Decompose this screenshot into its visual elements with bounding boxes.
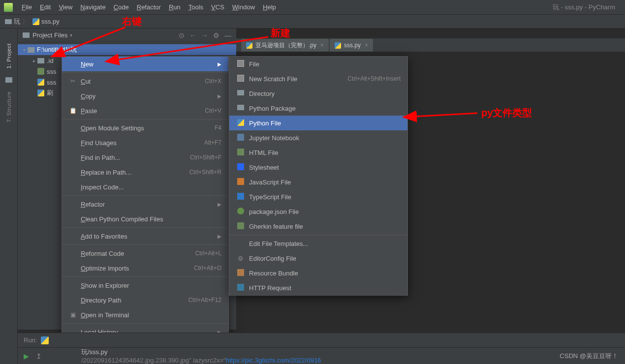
ctx-paste[interactable]: 📋PasteCtrl+V [62,103,228,118]
menu-code[interactable]: Code [110,3,133,11]
python-icon [335,42,341,49]
tree-root-row[interactable]: ▾ F:\untitled1\玩 [18,44,236,55]
target-icon[interactable]: ⊙ [179,31,185,39]
ic-json-icon [236,208,245,216]
new-editorconfig-file[interactable]: ⚙EditorConfig File [229,251,407,266]
ctx-refactor[interactable]: Refactor▶ [62,197,228,212]
window-title: 玩 - sss.py - PyCharm [553,3,621,12]
menu-help[interactable]: Help [259,3,280,11]
new-html-file[interactable]: HTML File [229,145,407,160]
ctx-open-module-settings[interactable]: Open Module SettingsF4 [62,121,228,135]
menu-edit[interactable]: Edit [36,3,55,11]
ic-gear-icon: ⚙ [236,255,245,262]
close-icon[interactable]: × [320,42,324,49]
submenu-item-label: EditorConfig File [249,255,401,262]
forward-icon[interactable]: → [201,31,208,39]
tree-item-label: sss [47,79,57,86]
editor-tab[interactable]: sss.py× [330,39,373,52]
menu-vcs[interactable]: VCS [207,3,228,11]
submenu-item-label: package.json File [249,208,401,215]
ctx-find-in-path-[interactable]: Find in Path...Ctrl+Shift+F [62,150,228,165]
ctx-optimize-imports[interactable]: Optimize ImportsCtrl+Alt+O [62,261,228,275]
collapse-icon[interactable]: — [224,31,231,39]
ctx-new[interactable]: New▶ [62,57,228,71]
new-directory[interactable]: Directory [229,86,407,101]
ctx-item-label: Reformat Code [81,250,195,257]
ctx-find-usages[interactable]: Find UsagesAlt+F7 [62,135,228,150]
python-icon [246,42,252,49]
run-icon[interactable]: ▶ [24,352,29,360]
folder-icon [37,58,44,63]
python-icon [32,18,39,25]
menu-file[interactable]: File [18,3,36,11]
ic-css-icon [236,163,245,172]
menu-window[interactable]: Window [228,3,259,11]
project-scope-label[interactable]: Project Files [32,31,68,39]
ctx-directory-path[interactable]: Directory PathCtrl+Alt+F12 [62,293,228,307]
left-tool-strip: 1: Project 7: Structure [0,29,18,364]
toolwin-project[interactable]: 1: Project [6,43,12,68]
new-gherkin-feature-file[interactable]: Gherkin feature file [229,219,407,234]
submenu-item-label: HTML File [249,149,401,156]
menu-navigate[interactable]: Navigate [76,3,109,11]
shortcut-label: Ctrl+Alt+F12 [188,297,221,303]
ctx-reformat-code[interactable]: Reformat CodeCtrl+Alt+L [62,246,228,261]
annotation-new: 新建 [271,27,290,40]
menu-refactor[interactable]: Refactor [133,3,165,11]
new-javascript-file[interactable]: JavaScript File [229,175,407,189]
submenu-item-label: HTTP Request [249,284,401,292]
ctx-item-label: Refactor [81,201,218,208]
ctx-open-in-terminal[interactable]: ▣Open in Terminal [62,307,228,322]
crumb-root[interactable]: 玩 [14,17,20,26]
close-icon[interactable]: × [365,42,368,49]
new-file[interactable]: File [229,57,407,71]
shortcut-label: F4 [215,124,221,131]
ctx-inspect-code-[interactable]: Inspect Code... [62,180,228,194]
new-edit-file-templates-[interactable]: Edit File Templates... [229,236,407,251]
menu-tools[interactable]: Tools [185,3,207,11]
new-typescript-file[interactable]: TypeScript File [229,189,407,204]
new-new-scratch-file[interactable]: New Scratch FileCtrl+Alt+Shift+Insert [229,71,407,86]
new-jupyter-notebook[interactable]: Jupyter Notebook [229,130,407,145]
project-panel-header: Project Files ▾ ⊙ ← → ⚙ — [18,29,236,42]
menu-view[interactable]: View [55,3,76,11]
run-label: Run: [24,336,37,344]
tree-item-label: .id [47,57,54,64]
submenu-item-label: New Scratch File [249,75,347,83]
ctx-copy[interactable]: Copy▶ [62,89,228,103]
toolwin-structure[interactable]: 7: Structure [6,91,12,122]
submenu-arrow-icon: ▶ [218,234,221,239]
rerun-icon[interactable]: ↥ [36,352,42,360]
submenu-arrow-icon: ▶ [218,93,221,99]
ctx-item-label: Open Module Settings [81,124,215,132]
ctx-clean-python-compiled-files[interactable]: Clean Python Compiled Files [62,212,228,226]
gear-icon[interactable]: ⚙ [213,31,219,39]
crumb-file[interactable]: sss.py [41,18,60,25]
new-http-request[interactable]: HTTP Request [229,280,407,295]
ic-gherkin-icon [236,222,245,231]
new-python-file[interactable]: Python File [229,116,407,130]
ctx-cut[interactable]: ✂CutCtrl+X [62,74,228,89]
new-resource-bundle[interactable]: Resource Bundle [229,266,407,280]
ctx-add-to-favorites[interactable]: Add to Favorites▶ [62,229,228,243]
submenu-item-label: Jupyter Notebook [249,134,401,142]
run-toolwindow-header[interactable]: Run: [18,333,625,347]
editor-tabs: 亚马逊项目（完整）.py×sss.py× [236,38,625,52]
folder-icon[interactable] [5,77,12,83]
new-python-package[interactable]: Python Package [229,101,407,116]
submenu-item-label: Python File [249,120,401,127]
chevron-down-icon[interactable]: ▾ [21,47,28,53]
menu-run[interactable]: Run [165,3,185,11]
back-icon[interactable]: ← [189,31,196,39]
tree-item-label: 刷 [47,89,53,97]
ic-folder-icon [236,90,245,97]
editor-tab[interactable]: 亚马逊项目（完整）.py× [241,39,329,52]
ctx-replace-in-path-[interactable]: Replace in Path...Ctrl+Shift+R [62,165,228,180]
ctx-show-in-explorer[interactable]: Show in Explorer [62,278,228,293]
chevron-down-icon[interactable]: ▾ [70,32,72,38]
new-package-json-file[interactable]: package.json File [229,204,407,219]
chevron-right-icon[interactable]: ▸ [31,58,37,63]
ic-file-icon [236,60,245,68]
ic-ts-icon [236,193,245,201]
new-stylesheet[interactable]: Stylesheet [229,160,407,175]
